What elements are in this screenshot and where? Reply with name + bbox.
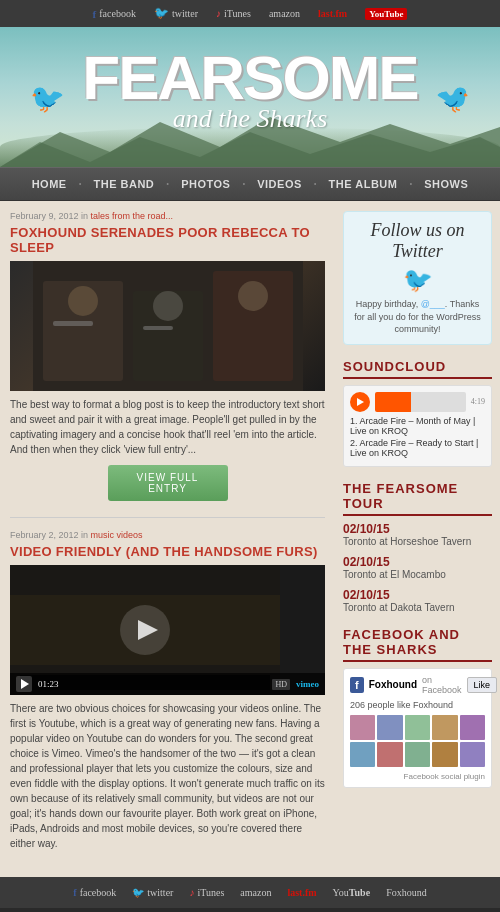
sc-waveform[interactable]: [375, 392, 466, 412]
twitter-tweet-text: Happy birthday, @___. Thanks for all you…: [352, 298, 483, 336]
footer-amazon-link[interactable]: amazon: [240, 887, 271, 898]
fb-photo-2: [377, 715, 402, 740]
site-subtitle: and the Sharks: [10, 104, 490, 134]
twitter-follow-widget: Follow us on Twitter 🐦 Happy birthday, @…: [343, 211, 492, 345]
main-navigation: HOME • THE BAND • PHOTOS • VIDEOS • THE …: [0, 167, 500, 201]
view-full-entry-button[interactable]: VIEW FULL ENTRY: [108, 465, 228, 501]
svg-rect-9: [53, 321, 93, 326]
soundcloud-player: 4:19 1. Arcade Fire – Month of May | Liv…: [343, 385, 492, 467]
post-1-meta: February 9, 2012 in tales from the road.…: [10, 211, 325, 221]
footer-facebook-link[interactable]: f facebook: [73, 887, 116, 898]
hd-badge: HD: [272, 679, 290, 690]
footer-lastfm-link[interactable]: last.fm: [287, 887, 316, 898]
facebook-widget-title: FACEBOOK AND THE SHARKS: [343, 627, 492, 662]
tour-date-1-num: 02/10/15: [343, 522, 492, 536]
svg-rect-10: [143, 326, 173, 330]
footer-copyright: All Rights Reserved. © Indie Fest Band T…: [0, 908, 500, 912]
footer-foxhound-link[interactable]: Foxhound: [386, 887, 427, 898]
tour-date-1: 02/10/15 Toronto at Horseshoe Tavern: [343, 522, 492, 547]
post-divider: [10, 517, 325, 518]
footer-lastfm-icon: last.fm: [287, 887, 316, 898]
facebook-box: f Foxhound on Facebook Like 206 people l…: [343, 668, 492, 788]
tour-date-2: 02/10/15 Toronto at El Mocambo: [343, 555, 492, 580]
post-2-excerpt: There are two obvious choices for showca…: [10, 701, 325, 851]
post-2-title[interactable]: VIDEO FRIENDLY (AND THE HANDSOME FURS): [10, 544, 325, 559]
vimeo-badge: vimeo: [296, 679, 319, 689]
post-2-video[interactable]: 01:23 HD vimeo: [10, 565, 325, 695]
amazon-topnav-link[interactable]: amazon: [269, 8, 300, 19]
youtube-topnav-link[interactable]: YouTube: [365, 8, 407, 20]
bird-right-icon: 🐦: [435, 82, 470, 115]
video-play-button[interactable]: [16, 676, 32, 692]
video-controls: 01:23 HD vimeo: [10, 673, 325, 695]
tour-date-1-venue: Toronto at Horseshoe Tavern: [343, 536, 492, 547]
fb-page-name[interactable]: Foxhound: [369, 679, 417, 690]
fb-photo-1: [350, 715, 375, 740]
twitter-topnav-link[interactable]: 🐦 twitter: [154, 6, 198, 21]
tour-date-3: 02/10/15 Toronto at Dakota Tavern: [343, 588, 492, 613]
nav-home[interactable]: HOME: [20, 168, 79, 200]
fb-photo-4: [432, 715, 457, 740]
nav-videos[interactable]: VIDEOS: [245, 168, 314, 200]
sc-track-2[interactable]: 2. Arcade Fire – Ready to Start | Live o…: [350, 438, 485, 458]
footer-itunes-link[interactable]: ♪ iTunes: [189, 887, 224, 898]
nav-shows[interactable]: SHOWS: [412, 168, 480, 200]
fb-photos-grid: [350, 715, 485, 767]
twitter-username[interactable]: @___: [421, 299, 445, 309]
play-icon: [21, 679, 29, 689]
fb-logo: f: [350, 677, 364, 693]
fb-photo-6: [350, 742, 375, 767]
twitter-big-icon: 🐦: [352, 266, 483, 294]
svg-point-8: [238, 281, 268, 311]
post-1: February 9, 2012 in tales from the road.…: [10, 211, 325, 501]
fb-fans-count: 206 people like Foxhound: [350, 700, 485, 710]
sc-play-button[interactable]: [350, 392, 370, 412]
fb-photo-10: [460, 742, 485, 767]
content-area: February 9, 2012 in tales from the road.…: [0, 201, 500, 877]
facebook-widget: FACEBOOK AND THE SHARKS f Foxhound on Fa…: [343, 627, 492, 788]
site-title: FEARSOME: [10, 47, 490, 109]
tour-date-3-venue: Toronto at Dakota Tavern: [343, 602, 492, 613]
nav-theband[interactable]: THE BAND: [81, 168, 166, 200]
bird-left-icon: 🐦: [30, 82, 65, 115]
sc-track-1[interactable]: 1. Arcade Fire – Month of May | Live on …: [350, 416, 485, 436]
svg-point-7: [153, 291, 183, 321]
nav-thealbum[interactable]: THE ALBUM: [317, 168, 410, 200]
post-2: February 2, 2012 in music videos VIDEO F…: [10, 530, 325, 851]
twitter-icon: 🐦: [154, 6, 169, 21]
fb-like-button[interactable]: Like: [467, 677, 498, 693]
footer-itunes-icon: ♪: [189, 887, 194, 898]
twitter-follow-title: Follow us on Twitter: [352, 220, 483, 262]
post-1-image: [10, 261, 325, 391]
footer-twitter-link[interactable]: 🐦 twitter: [132, 887, 173, 898]
fb-platform: on Facebook: [422, 675, 462, 695]
itunes-icon: ♪: [216, 8, 221, 19]
main-column: February 9, 2012 in tales from the road.…: [0, 201, 335, 877]
tour-date-2-num: 02/10/15: [343, 555, 492, 569]
post-1-excerpt: The best way to format a blog post is to…: [10, 397, 325, 457]
lastfm-icon: last.fm: [318, 8, 347, 19]
post-1-title[interactable]: FOXHOUND SERENADES POOR REBECCA TO SLEEP: [10, 225, 325, 255]
fb-photo-7: [377, 742, 402, 767]
tour-date-3-num: 02/10/15: [343, 588, 492, 602]
sc-time: 4:19: [471, 397, 485, 406]
soundcloud-widget: SOUNDCLOUD 4:19 1. Arcade Fire – Month o…: [343, 359, 492, 467]
nav-photos[interactable]: PHOTOS: [169, 168, 242, 200]
video-time: 01:23: [38, 679, 59, 689]
site-header: 🐦 🐦 FEARSOME and the Sharks: [0, 27, 500, 167]
footer-social-bar: f facebook 🐦 twitter ♪ iTunes amazon las…: [0, 877, 500, 908]
facebook-icon: f: [93, 8, 97, 20]
footer-twitter-icon: 🐦: [132, 887, 144, 898]
top-navigation: f facebook 🐦 twitter ♪ iTunes amazon las…: [0, 0, 500, 27]
tour-title: THE FEARSOME TOUR: [343, 481, 492, 516]
tour-date-2-venue: Toronto at El Mocambo: [343, 569, 492, 580]
footer-youtube-icon: YouTube: [333, 887, 371, 898]
facebook-topnav-link[interactable]: f facebook: [93, 8, 136, 20]
lastfm-topnav-link[interactable]: last.fm: [318, 8, 347, 19]
sidebar: Follow us on Twitter 🐦 Happy birthday, @…: [335, 201, 500, 877]
post-2-meta: February 2, 2012 in music videos: [10, 530, 325, 540]
footer-youtube-link[interactable]: YouTube: [333, 887, 371, 898]
sc-play-icon: [357, 398, 364, 406]
fb-photo-5: [460, 715, 485, 740]
itunes-topnav-link[interactable]: ♪ iTunes: [216, 8, 251, 19]
